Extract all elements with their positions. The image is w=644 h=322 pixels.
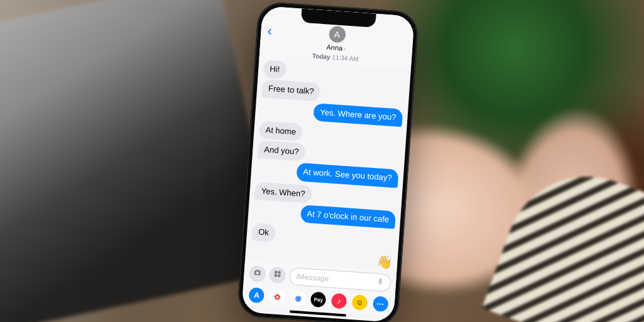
message-bubble-received[interactable]: At home [259,121,303,141]
message-bubble-sent[interactable]: Yes. Where are you? [313,103,403,127]
app-tray-applepay[interactable]: Pay [311,292,327,308]
reaction-row: 👋 [376,254,393,270]
app-tray-music[interactable]: ♪ [331,293,347,309]
message-bubble-received[interactable]: Free to talk? [261,80,321,102]
phone: ‹ A Anna› Today 11:34 AM Hi! Free to tal… [237,1,419,322]
mic-icon[interactable] [376,277,385,287]
wave-emoji-icon[interactable]: 👋 [376,254,393,270]
message-bubble-received[interactable]: Yes. When? [254,182,312,203]
contact-name: Anna [326,43,343,52]
phone-screen: ‹ A Anna› Today 11:34 AM Hi! Free to tal… [241,6,414,322]
message-bubble-received[interactable]: Hi! [263,60,287,80]
contact-avatar[interactable]: A [328,26,346,44]
app-tray-store[interactable]: A [249,287,265,304]
message-bubble-received[interactable]: And you? [257,140,306,161]
camera-button[interactable] [249,265,266,283]
message-bubble-received[interactable]: Ok [251,223,276,242]
back-button[interactable]: ‹ [267,24,273,38]
message-bubble-sent[interactable]: At work. See you today? [296,163,399,188]
apps-icon [273,269,282,281]
message-thread[interactable]: Hi! Free to talk? Yes. Where are you? At… [245,59,411,271]
app-tray-more[interactable]: ⋯ [373,296,389,313]
app-tray-chrome[interactable]: ◉ [290,290,306,306]
app-tray-photos[interactable]: ✿ [269,289,285,305]
message-placeholder: iMessage [296,272,329,283]
message-bubble-sent[interactable]: At 7 o'clock in our cafe [300,205,396,229]
chevron-right-icon: › [342,45,346,52]
app-drawer-button[interactable] [269,266,287,284]
camera-icon [253,268,262,280]
app-tray-memoji[interactable]: ☺ [352,294,368,311]
